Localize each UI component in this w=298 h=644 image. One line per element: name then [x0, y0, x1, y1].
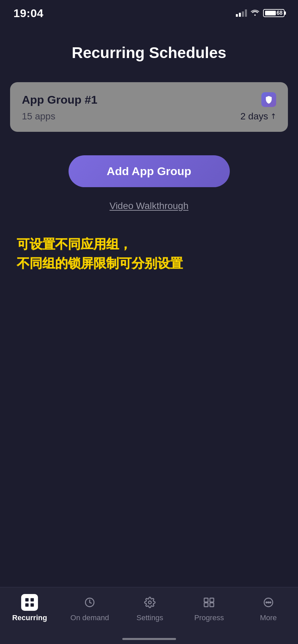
- arrow-icon: ↗: [268, 111, 278, 122]
- recurring-icon: [21, 594, 38, 611]
- battery-level: 68: [276, 10, 283, 16]
- annotation-line1: 可设置不同应用组，: [17, 235, 281, 254]
- days-info: 2 days ↗: [241, 111, 276, 122]
- chinese-annotation: 可设置不同应用组， 不同组的锁屏限制可分别设置: [17, 235, 281, 273]
- svg-rect-3: [31, 603, 34, 607]
- video-walkthrough-link[interactable]: Video Walkthrough: [110, 201, 188, 211]
- ondemand-icon: [81, 594, 98, 611]
- more-label: More: [260, 613, 277, 622]
- svg-point-11: [266, 602, 267, 603]
- battery-icon: 68: [263, 9, 285, 17]
- app-group-name: App Group #1: [22, 93, 97, 106]
- annotation-line2: 不同组的锁屏限制可分别设置: [17, 254, 281, 273]
- svg-rect-6: [204, 598, 208, 602]
- svg-point-5: [148, 601, 152, 604]
- svg-rect-0: [25, 598, 29, 601]
- svg-rect-2: [25, 603, 29, 607]
- page-title: Recurring Schedules: [0, 44, 298, 62]
- status-bar: 19:04 68: [0, 0, 298, 23]
- recurring-label: Recurring: [12, 613, 47, 622]
- app-group-footer: 15 apps 2 days ↗: [22, 111, 276, 122]
- add-app-group-button[interactable]: Add App Group: [69, 155, 230, 187]
- status-icons: 68: [236, 8, 285, 18]
- apps-count: 15 apps: [22, 111, 55, 122]
- more-icon: [260, 594, 277, 611]
- settings-icon: [141, 594, 158, 611]
- settings-label: Settings: [136, 613, 163, 622]
- progress-icon: [201, 594, 217, 611]
- shield-check-icon: [261, 92, 276, 107]
- tab-more[interactable]: More: [250, 594, 287, 622]
- svg-point-13: [270, 602, 271, 603]
- app-group-header: App Group #1: [22, 92, 276, 107]
- progress-label: Progress: [194, 613, 224, 622]
- tab-ondemand[interactable]: On demand: [71, 594, 109, 622]
- home-indicator: [122, 638, 176, 640]
- app-group-card[interactable]: App Group #1 15 apps 2 days ↗: [10, 82, 288, 132]
- svg-point-12: [268, 602, 269, 603]
- ondemand-label: On demand: [71, 613, 109, 622]
- svg-rect-1: [31, 598, 34, 601]
- tab-settings[interactable]: Settings: [131, 594, 168, 622]
- svg-rect-8: [204, 603, 208, 606]
- svg-rect-9: [210, 603, 214, 606]
- wifi-icon: [250, 8, 260, 18]
- video-walkthrough-container: Video Walkthrough: [0, 201, 298, 211]
- svg-rect-7: [210, 598, 214, 602]
- status-time: 19:04: [13, 7, 43, 20]
- tab-bar: Recurring On demand Settings: [0, 587, 298, 644]
- tab-recurring[interactable]: Recurring: [11, 594, 48, 622]
- signal-icon: [236, 9, 247, 17]
- tab-progress[interactable]: Progress: [190, 594, 227, 622]
